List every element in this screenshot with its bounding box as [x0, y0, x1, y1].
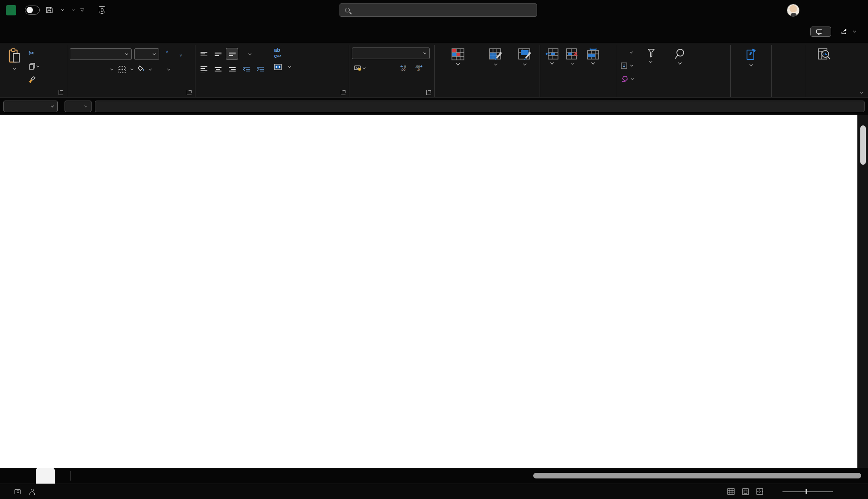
vertical-scroll-thumb[interactable]	[860, 125, 866, 165]
cut-button[interactable]: ✂	[26, 48, 37, 59]
format-as-table-button[interactable]	[480, 46, 511, 66]
find-select-button[interactable]	[666, 46, 694, 65]
undo-button[interactable]	[59, 8, 65, 12]
sensitivity-button[interactable]	[743, 46, 760, 67]
sort-filter-button[interactable]	[637, 46, 664, 64]
decrease-decimal-button[interactable]: .00.0	[413, 62, 425, 74]
comma-style-button[interactable]	[384, 62, 395, 74]
conditional-formatting-button[interactable]	[437, 46, 478, 66]
comments-button[interactable]	[810, 27, 831, 37]
fill-button[interactable]	[619, 60, 635, 71]
cell-styles-icon	[518, 48, 531, 60]
chevron-down-icon[interactable]	[130, 67, 133, 70]
underline-button[interactable]	[97, 64, 108, 75]
insert-cells-button[interactable]	[543, 46, 561, 65]
fill-handle[interactable]	[0, 115, 2, 116]
close-button[interactable]	[848, 0, 868, 20]
percent-style-button[interactable]	[370, 62, 381, 74]
fill-color-button[interactable]	[136, 64, 147, 75]
sheet-tab-bar	[0, 468, 868, 484]
zoom-slider[interactable]	[782, 491, 833, 492]
accessibility-status[interactable]	[25, 484, 42, 499]
align-left-button[interactable]	[198, 64, 210, 75]
number-format-select[interactable]	[352, 48, 430, 59]
decrease-font-size-button[interactable]: ˅	[175, 48, 186, 59]
page-layout-view-button[interactable]	[739, 485, 752, 498]
redo-button[interactable]	[70, 8, 76, 12]
horizontal-scrollbar[interactable]	[531, 473, 863, 478]
chevron-down-icon[interactable]	[149, 67, 152, 70]
format-painter-icon	[28, 76, 35, 83]
horizontal-scroll-thumb[interactable]	[533, 473, 861, 478]
format-painter-button[interactable]	[26, 74, 37, 85]
alignment-dialog-launcher[interactable]	[341, 90, 345, 95]
increase-decimal-icon: .000	[399, 65, 408, 71]
wrap-text-button[interactable]: abc↩	[272, 48, 293, 59]
insert-cells-icon	[546, 48, 558, 59]
new-sheet-button[interactable]	[70, 471, 83, 481]
collapse-ribbon-button[interactable]	[860, 90, 863, 93]
italic-button[interactable]	[83, 64, 94, 75]
align-right-button[interactable]	[226, 64, 238, 75]
page-break-preview-button[interactable]	[753, 485, 766, 498]
name-box[interactable]	[3, 101, 58, 112]
share-button[interactable]	[836, 27, 861, 37]
font-color-button[interactable]	[154, 64, 165, 75]
chevron-down-icon[interactable]	[84, 104, 87, 107]
search-input[interactable]	[340, 3, 537, 17]
clipboard-dialog-launcher[interactable]	[59, 90, 63, 95]
paste-icon	[8, 48, 21, 64]
copy-button[interactable]	[26, 61, 42, 72]
paste-button[interactable]	[5, 46, 24, 71]
decrease-decimal-icon: .00.0	[415, 65, 423, 71]
autosave-toggle[interactable]	[25, 6, 40, 15]
increase-indent-icon	[257, 66, 264, 72]
page-break-preview-icon	[756, 488, 763, 495]
minimize-button[interactable]	[809, 0, 829, 20]
chevron-down-icon	[153, 52, 156, 55]
increase-indent-button[interactable]	[254, 64, 266, 75]
macro-record-button[interactable]	[10, 484, 25, 499]
chevron-down-icon[interactable]	[110, 67, 113, 70]
merge-center-button[interactable]	[272, 61, 293, 72]
clear-button[interactable]	[619, 73, 635, 84]
spreadsheet-area	[0, 115, 868, 468]
decrease-indent-button[interactable]	[240, 64, 252, 75]
increase-decimal-button[interactable]: .000	[397, 62, 410, 74]
normal-view-button[interactable]	[724, 485, 737, 498]
formula-input[interactable]	[95, 101, 865, 112]
user-avatar[interactable]	[787, 4, 800, 17]
chevron-down-icon	[13, 66, 16, 69]
align-middle-button[interactable]	[212, 48, 224, 59]
excel-logo-icon[interactable]	[6, 5, 16, 15]
ribbon: ✂ ˄ ˅	[0, 43, 868, 98]
format-cells-button[interactable]	[584, 46, 602, 65]
accounting-format-button[interactable]	[352, 62, 367, 74]
chevron-down-icon	[853, 30, 856, 33]
align-center-button[interactable]	[212, 64, 224, 75]
analyze-data-button[interactable]	[815, 46, 834, 63]
zoom-slider-thumb[interactable]	[806, 489, 807, 494]
ribbon-group-number: .000 .00.0	[349, 45, 434, 97]
delete-cells-button[interactable]	[563, 46, 582, 65]
save-button[interactable]	[44, 6, 55, 15]
quick-access-toolbar-button[interactable]	[80, 9, 84, 12]
increase-font-size-button[interactable]: ˄	[162, 48, 173, 59]
chevron-down-icon[interactable]	[167, 67, 170, 70]
align-bottom-button[interactable]	[226, 48, 238, 59]
font-size-select[interactable]	[134, 48, 159, 60]
vertical-scrollbar[interactable]	[857, 115, 868, 468]
orientation-button[interactable]	[240, 48, 258, 59]
number-dialog-launcher[interactable]	[426, 90, 431, 95]
font-name-select[interactable]	[70, 48, 132, 60]
bold-button[interactable]	[70, 64, 81, 75]
cell-styles-button[interactable]	[513, 46, 537, 66]
maximize-button[interactable]	[829, 0, 848, 20]
titlebar	[0, 0, 868, 20]
autosum-button[interactable]	[619, 47, 635, 58]
align-top-button[interactable]	[198, 48, 210, 59]
borders-button[interactable]	[115, 64, 128, 75]
font-dialog-launcher[interactable]	[187, 90, 192, 95]
addins-button[interactable]	[779, 46, 797, 63]
sheet-tab-active[interactable]	[36, 468, 55, 484]
